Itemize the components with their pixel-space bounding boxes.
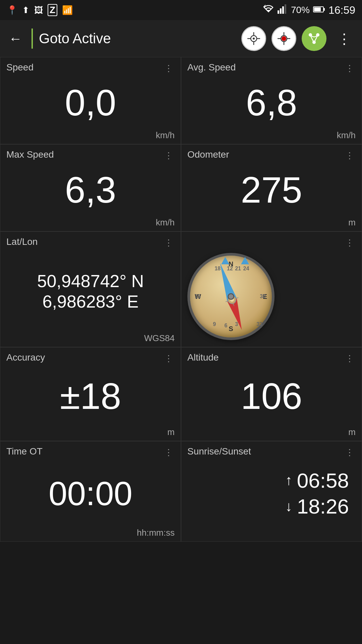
sunrise-label: Sunrise/Sunset — [187, 446, 251, 457]
altitude-tile-header: Altitude ⋮ — [187, 352, 356, 365]
latlon-value: 50,948742° N 6,986283° E — [6, 250, 175, 333]
avg-speed-value: 6,8 — [187, 75, 356, 130]
odometer-tile: Odometer ⋮ 275 m — [181, 144, 362, 231]
odometer-label: Odometer — [187, 149, 229, 160]
signal-off-icon: 📶 — [62, 5, 73, 15]
image-icon: 🖼 — [34, 5, 43, 15]
accuracy-label: Accuracy — [6, 352, 45, 363]
timeot-value: 00:00 — [6, 459, 175, 528]
speed-value: 0,0 — [6, 75, 175, 130]
avg-speed-tile: Avg. Speed ⋮ 6,8 km/h — [181, 57, 362, 144]
status-left-icons: 📍 ⬆ 🖼 Z 📶 — [7, 4, 73, 16]
altitude-menu[interactable]: ⋮ — [344, 352, 356, 365]
sunrise-up-arrow: ↑ — [285, 473, 292, 488]
toolbar-actions: ⋮ — [241, 26, 357, 51]
toolbar-divider — [32, 29, 33, 49]
compass-center-dot — [228, 293, 234, 300]
crosshair-button[interactable] — [241, 26, 266, 51]
more-button[interactable]: ⋮ — [332, 26, 357, 51]
latlon-tile: Lat/Lon ⋮ 50,948742° N 6,986283° E WGS84 — [0, 231, 181, 347]
battery-icon — [313, 5, 325, 15]
max-speed-value: 6,3 — [6, 162, 175, 217]
compass-container: N S E W 21 24 30 33 15 18 9 6 3 12 — [187, 250, 275, 343]
speed-tile: Speed ⋮ 0,0 km/h — [0, 57, 181, 144]
compass-tick-33: 33 — [256, 321, 262, 327]
compass-menu[interactable]: ⋮ — [344, 236, 356, 250]
latlon-tile-header: Lat/Lon ⋮ — [6, 236, 175, 250]
status-right-icons: 70% 16:59 — [263, 4, 355, 16]
altitude-value: 106 — [187, 365, 356, 427]
z-icon: Z — [48, 4, 57, 16]
sunset-down-arrow: ↓ — [285, 499, 292, 514]
speed-label: Speed — [6, 62, 34, 73]
latlon-label: Lat/Lon — [6, 236, 38, 247]
compass-tick-9: 9 — [213, 321, 216, 327]
sunrise-tile: Sunrise/Sunset ⋮ ↑ 06:58 ↓ 18:26 hh:mm — [181, 441, 362, 542]
sunrise-row: ↑ 06:58 — [285, 470, 349, 491]
avg-speed-unit: km/h — [187, 130, 356, 141]
svg-rect-6 — [323, 8, 325, 11]
svg-point-12 — [253, 38, 255, 40]
accuracy-unit: m — [6, 427, 175, 437]
accuracy-tile: Accuracy ⋮ ±18 m — [0, 347, 181, 441]
compass-tile-header: Compass ⋮ — [187, 236, 356, 250]
max-speed-label: Max Speed — [6, 149, 54, 160]
max-speed-menu[interactable]: ⋮ — [163, 149, 175, 162]
latlon-unit: WGS84 — [6, 333, 175, 343]
speed-tile-header: Speed ⋮ — [6, 62, 175, 75]
svg-point-18 — [282, 36, 286, 41]
compass-tick-24: 24 — [243, 266, 249, 272]
back-button[interactable]: ← — [5, 28, 25, 50]
upload-icon: ⬆ — [22, 5, 29, 15]
altitude-unit: m — [187, 427, 356, 437]
compass-tile: Compass ⋮ N S E W 21 24 30 33 15 18 9 6 … — [181, 231, 362, 347]
accuracy-value: ±18 — [6, 365, 175, 427]
wifi-icon — [263, 4, 274, 16]
max-speed-tile-header: Max Speed ⋮ — [6, 149, 175, 162]
compass-dial: N S E W 21 24 30 33 15 18 9 6 3 12 — [187, 253, 275, 340]
timeot-label: Time OT — [6, 446, 43, 457]
odometer-tile-header: Odometer ⋮ — [187, 149, 356, 162]
battery-percent: 70% — [291, 5, 310, 15]
status-bar: 📍 ⬆ 🖼 Z 📶 70% — [0, 0, 362, 20]
compass-tick-6: 6 — [224, 323, 227, 329]
svg-rect-0 — [278, 10, 279, 14]
timeot-menu[interactable]: ⋮ — [163, 446, 175, 459]
timeot-tile: Time OT ⋮ 00:00 hh:mm:ss — [0, 441, 181, 542]
sunrise-tile-header: Sunrise/Sunset ⋮ — [187, 446, 356, 459]
odometer-menu[interactable]: ⋮ — [344, 149, 356, 162]
odometer-value: 275 — [187, 162, 356, 217]
svg-rect-2 — [282, 6, 284, 14]
latitude-value: 50,948742° N — [37, 272, 144, 290]
max-speed-unit: km/h — [6, 217, 175, 228]
dashboard-grid: Speed ⋮ 0,0 km/h Avg. Speed ⋮ 6,8 km/h M… — [0, 57, 362, 542]
compass-tick-21: 21 — [235, 266, 241, 272]
avg-speed-label: Avg. Speed — [187, 62, 236, 73]
toolbar: ← Goto Active — [0, 20, 362, 57]
svg-rect-5 — [314, 7, 321, 11]
svg-rect-3 — [285, 4, 286, 14]
longitude-value: 6,986283° E — [43, 292, 139, 311]
record-button[interactable] — [272, 26, 296, 51]
sunset-row: ↓ 18:26 — [285, 495, 349, 517]
sunrise-time: 06:58 — [297, 470, 349, 491]
timeot-unit: hh:mm:ss — [6, 528, 175, 538]
altitude-tile: Altitude ⋮ 106 m — [181, 347, 362, 441]
compass-tick-15: 15 — [195, 293, 201, 300]
route-button[interactable] — [302, 26, 326, 51]
accuracy-menu[interactable]: ⋮ — [163, 352, 175, 365]
speed-unit: km/h — [6, 130, 175, 141]
accuracy-tile-header: Accuracy ⋮ — [6, 352, 175, 365]
latlon-menu[interactable]: ⋮ — [163, 236, 175, 250]
sunset-time: 18:26 — [297, 495, 349, 517]
sunrise-sunset-value: ↑ 06:58 ↓ 18:26 — [187, 459, 356, 528]
altitude-label: Altitude — [187, 352, 219, 363]
sunrise-menu[interactable]: ⋮ — [344, 446, 356, 459]
speed-menu[interactable]: ⋮ — [163, 62, 175, 75]
odometer-unit: m — [187, 217, 356, 228]
timeot-tile-header: Time OT ⋮ — [6, 446, 175, 459]
signal-bars-icon — [278, 4, 288, 16]
avg-speed-menu[interactable]: ⋮ — [344, 62, 356, 75]
compass-tick-30: 30 — [260, 293, 266, 300]
max-speed-tile: Max Speed ⋮ 6,3 km/h — [0, 144, 181, 231]
